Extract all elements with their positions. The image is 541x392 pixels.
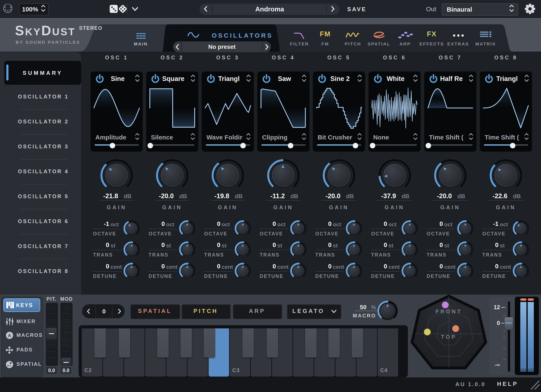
svg-text:A: A [8,333,11,338]
